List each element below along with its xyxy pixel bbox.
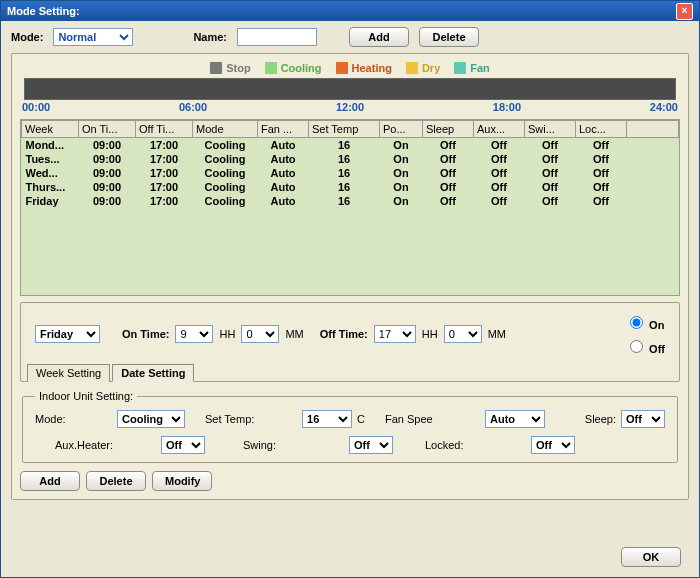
hh-label-1: HH bbox=[219, 328, 235, 340]
col-header[interactable]: Aux... bbox=[474, 121, 525, 138]
legend-cooling: Cooling bbox=[281, 62, 322, 74]
iu-locked-label: Locked: bbox=[425, 439, 464, 451]
fan-swatch bbox=[454, 62, 466, 74]
indoor-legend: Indoor Unit Setting: bbox=[35, 390, 137, 402]
tick-label: 12:00 bbox=[336, 101, 364, 113]
add-top-button[interactable]: Add bbox=[349, 27, 409, 47]
indoor-unit-fieldset: Indoor Unit Setting: Mode:Cooling Set Te… bbox=[22, 390, 678, 463]
col-header[interactable]: On Ti... bbox=[79, 121, 136, 138]
col-header[interactable]: Off Ti... bbox=[136, 121, 193, 138]
iu-mode-select[interactable]: Cooling bbox=[117, 410, 185, 428]
tick-label: 24:00 bbox=[650, 101, 678, 113]
mode-label: Mode: bbox=[11, 31, 43, 43]
cooling-swatch bbox=[265, 62, 277, 74]
tick-label: 06:00 bbox=[179, 101, 207, 113]
modify-button[interactable]: Modify bbox=[152, 471, 212, 491]
timeline-bar bbox=[24, 78, 676, 100]
iu-swing-select[interactable]: Off bbox=[349, 436, 393, 454]
table-row[interactable]: Wed...09:0017:00CoolingAuto16OnOffOffOff… bbox=[22, 166, 679, 180]
iu-mode-label: Mode: bbox=[35, 413, 66, 425]
iu-temp-label: Set Temp: bbox=[205, 413, 254, 425]
tick-label: 00:00 bbox=[22, 101, 50, 113]
mm-label-1: MM bbox=[285, 328, 303, 340]
legend-heating: Heating bbox=[352, 62, 392, 74]
table-row[interactable]: Mond...09:0017:00CoolingAuto16OnOffOffOf… bbox=[22, 138, 679, 153]
name-label: Name: bbox=[193, 31, 227, 43]
radio-on[interactable]: On bbox=[625, 313, 665, 331]
on-hour-select[interactable]: 9 bbox=[175, 325, 213, 343]
iu-swing-label: Swing: bbox=[243, 439, 276, 451]
on-min-select[interactable]: 0 bbox=[241, 325, 279, 343]
legend-stop: Stop bbox=[226, 62, 250, 74]
col-header[interactable]: Sleep bbox=[423, 121, 474, 138]
off-hour-select[interactable]: 17 bbox=[374, 325, 416, 343]
table-row[interactable]: Thurs...09:0017:00CoolingAuto16OnOffOffO… bbox=[22, 180, 679, 194]
ok-button[interactable]: OK bbox=[621, 547, 681, 567]
col-header[interactable]: Mode bbox=[193, 121, 258, 138]
col-header[interactable]: Week bbox=[22, 121, 79, 138]
col-header[interactable]: Swi... bbox=[525, 121, 576, 138]
day-select[interactable]: Friday bbox=[35, 325, 100, 343]
table-row[interactable]: Tues...09:0017:00CoolingAuto16OnOffOffOf… bbox=[22, 152, 679, 166]
delete-button[interactable]: Delete bbox=[86, 471, 146, 491]
radio-off[interactable]: Off bbox=[625, 337, 665, 355]
name-input[interactable] bbox=[237, 28, 317, 46]
heating-swatch bbox=[336, 62, 348, 74]
iu-sleep-select[interactable]: Off bbox=[621, 410, 665, 428]
tick-label: 18:00 bbox=[493, 101, 521, 113]
iu-sleep-label: Sleep: bbox=[585, 413, 616, 425]
stop-swatch bbox=[210, 62, 222, 74]
window-title: Mode Setting: bbox=[7, 1, 80, 21]
schedule-table[interactable]: WeekOn Ti...Off Ti...ModeFan ...Set Temp… bbox=[20, 119, 680, 296]
col-header[interactable]: Loc... bbox=[576, 121, 627, 138]
delete-top-button[interactable]: Delete bbox=[419, 27, 479, 47]
iu-locked-select[interactable]: Off bbox=[531, 436, 575, 454]
iu-temp-select[interactable]: 16 bbox=[302, 410, 352, 428]
hh-label-2: HH bbox=[422, 328, 438, 340]
offtime-label: Off Time: bbox=[320, 328, 368, 340]
tab-week-setting[interactable]: Week Setting bbox=[27, 364, 110, 382]
legend-fan: Fan bbox=[470, 62, 490, 74]
off-min-select[interactable]: 0 bbox=[444, 325, 482, 343]
mode-select[interactable]: Normal bbox=[53, 28, 133, 46]
iu-aux-label: Aux.Heater: bbox=[55, 439, 113, 451]
ontime-label: On Time: bbox=[122, 328, 169, 340]
col-header[interactable]: Set Temp bbox=[309, 121, 380, 138]
mm-label-2: MM bbox=[488, 328, 506, 340]
legend-dry: Dry bbox=[422, 62, 440, 74]
table-row[interactable]: Friday09:0017:00CoolingAuto16OnOffOffOff… bbox=[22, 194, 679, 208]
tab-date-setting[interactable]: Date Setting bbox=[112, 364, 194, 382]
col-header[interactable]: Fan ... bbox=[258, 121, 309, 138]
iu-aux-select[interactable]: Off bbox=[161, 436, 205, 454]
add-button[interactable]: Add bbox=[20, 471, 80, 491]
iu-fan-label: Fan Spee bbox=[385, 413, 433, 425]
col-header[interactable]: Po... bbox=[380, 121, 423, 138]
iu-fan-select[interactable]: Auto bbox=[485, 410, 545, 428]
dry-swatch bbox=[406, 62, 418, 74]
close-icon[interactable]: × bbox=[676, 3, 693, 20]
temp-unit: C bbox=[357, 413, 365, 425]
